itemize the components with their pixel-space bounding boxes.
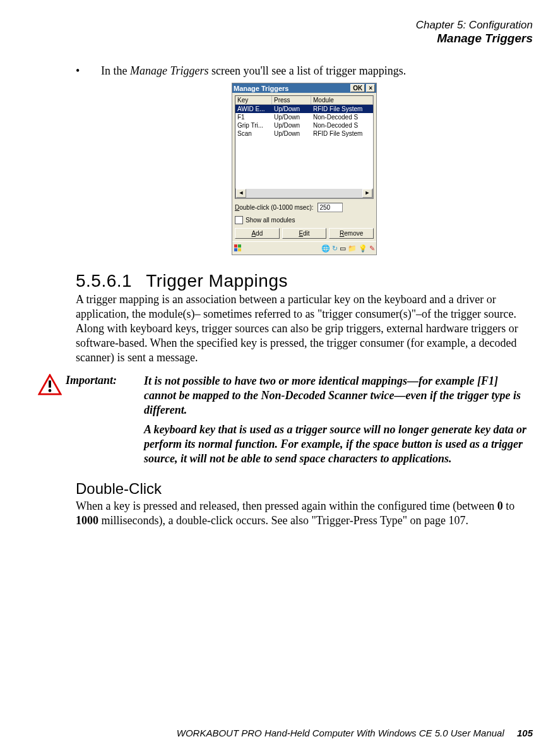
cell-key: F1 [235, 113, 272, 121]
scroll-right-icon[interactable]: ► [362, 189, 372, 198]
important-p1: It is not possible to have two or more i… [144, 374, 533, 417]
bullet-suffix: screen you'll see a list of trigger mapp… [209, 64, 407, 77]
cell-press: Up/Down [272, 121, 311, 129]
section-number: 5.5.6.1 [76, 271, 132, 291]
bullet-marker: • [76, 64, 101, 78]
cell-module: Non-Decoded S [311, 121, 373, 129]
doubleclick-input[interactable] [318, 203, 343, 212]
list-row[interactable]: AWID E... Up/Down RFID File System [235, 105, 373, 113]
window-title: Manage Triggers [234, 85, 349, 92]
bullet-text: In the Manage Triggers screen you'll see… [101, 64, 406, 78]
col-module[interactable]: Module [311, 96, 373, 104]
svg-point-6 [49, 389, 52, 392]
list-row[interactable]: F1 Up/Down Non-Decoded S [235, 113, 373, 121]
col-press[interactable]: Press [272, 96, 311, 104]
bullet-emph: Manage Triggers [130, 64, 209, 77]
titlebar: Manage Triggers OK × [232, 83, 376, 93]
section-heading: 5.5.6.1Trigger Mappings [76, 271, 533, 291]
cell-press: Up/Down [272, 105, 311, 113]
start-icon[interactable] [234, 244, 242, 253]
cell-key: Scan [235, 129, 272, 138]
section-title: Trigger Mappings [146, 271, 288, 291]
bullet-prefix: In the [101, 64, 130, 77]
paragraph-main: A trigger mapping is an association betw… [76, 292, 533, 365]
showall-accel: S [246, 217, 250, 224]
h-scrollbar[interactable]: ◄ ► [235, 188, 373, 198]
showall-checkbox[interactable] [235, 216, 243, 224]
list-empty-area [235, 138, 373, 188]
list-header: Key Press Module [235, 96, 373, 105]
scroll-left-icon[interactable]: ◄ [236, 189, 246, 198]
chapter-label: Chapter 5: Configuration [25, 19, 533, 32]
important-label: Important: [66, 374, 144, 471]
manage-triggers-window: Manage Triggers OK × Key Press Module AW… [232, 83, 377, 255]
cell-press: Up/Down [272, 113, 311, 121]
col-key[interactable]: Key [235, 96, 272, 104]
cell-module: RFID File System [311, 129, 373, 138]
trigger-listview[interactable]: Key Press Module AWID E... Up/Down RFID … [235, 95, 374, 199]
tray-device-icon[interactable]: 💡 [359, 244, 367, 253]
page-footer: WORKABOUT PRO Hand-Held Computer With Wi… [177, 728, 533, 738]
svg-rect-1 [238, 244, 241, 248]
important-p2: A keyboard key that is used as a trigger… [144, 423, 533, 466]
svg-rect-3 [238, 248, 241, 251]
dblclick-label: ouble-click (0-1000 msec): [239, 204, 313, 211]
footer-text: WORKABOUT PRO Hand-Held Computer With Wi… [177, 728, 504, 738]
page-number: 105 [517, 728, 533, 738]
bullet-item: • In the Manage Triggers screen you'll s… [76, 64, 533, 78]
remove-button[interactable]: Remove [329, 228, 374, 239]
cell-module: RFID File System [311, 105, 373, 113]
cell-module: Non-Decoded S [311, 113, 373, 121]
svg-rect-0 [234, 244, 237, 248]
ok-button[interactable]: OK [350, 84, 365, 92]
system-tray: 🌐 ↻ ▭ 📁 💡 ✎ [321, 244, 375, 253]
doubleclick-field: Double-click (0-1000 msec): [235, 203, 374, 212]
tray-network-icon[interactable]: 🌐 [321, 244, 330, 253]
add-button[interactable]: Add [235, 228, 280, 239]
svg-rect-2 [234, 248, 237, 251]
edit-button[interactable]: Edit [282, 228, 327, 239]
warning-icon [38, 374, 66, 471]
showall-label: how all modules [250, 217, 295, 224]
svg-rect-5 [49, 381, 51, 388]
list-row[interactable]: Grip Tri... Up/Down Non-Decoded S [235, 121, 373, 129]
cell-key: AWID E... [235, 105, 272, 113]
tray-folder-icon[interactable]: 📁 [348, 244, 357, 253]
list-row[interactable]: Scan Up/Down RFID File System [235, 129, 373, 138]
cell-key: Grip Tri... [235, 121, 272, 129]
tray-pen-icon[interactable]: ✎ [369, 244, 375, 253]
tray-sync-icon[interactable]: ↻ [332, 244, 338, 253]
section-label: Manage Triggers [25, 32, 533, 45]
close-button[interactable]: × [366, 84, 375, 92]
paragraph-doubleclick: When a key is pressed and released, then… [76, 499, 533, 528]
cell-press: Up/Down [272, 129, 311, 138]
subsection-heading: Double-Click [76, 480, 533, 498]
tray-card-icon[interactable]: ▭ [340, 244, 346, 253]
showall-row[interactable]: Show all modules [235, 216, 374, 224]
running-header: Chapter 5: Configuration Manage Triggers [25, 19, 533, 45]
taskbar: 🌐 ↻ ▭ 📁 💡 ✎ [232, 241, 376, 255]
